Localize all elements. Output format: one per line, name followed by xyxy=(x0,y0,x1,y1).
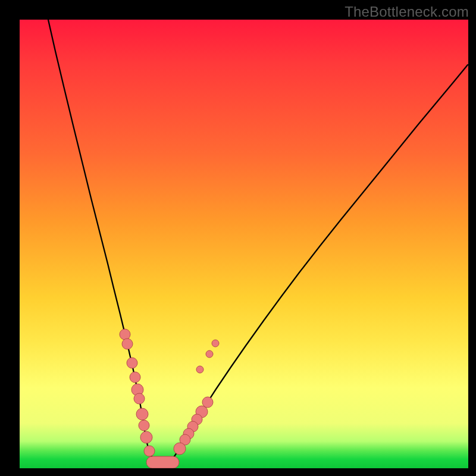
bead-marker xyxy=(122,339,133,349)
bead-marker xyxy=(206,350,213,358)
bead-marker xyxy=(212,340,219,347)
bead-capsule xyxy=(146,456,179,468)
watermark-text: TheBottleneck.com xyxy=(345,4,469,20)
bead-marker xyxy=(134,393,145,404)
bead-marker xyxy=(144,446,155,456)
curve-left xyxy=(48,20,145,435)
bead-marker xyxy=(196,366,203,373)
bead-marker xyxy=(140,431,152,443)
bead-marker xyxy=(120,329,130,340)
bead-marker xyxy=(127,358,137,368)
bead-cluster xyxy=(120,329,219,468)
curve-right xyxy=(182,65,468,444)
chart-frame: TheBottleneck.com xyxy=(0,0,476,476)
bead-marker xyxy=(139,420,149,431)
bead-marker xyxy=(130,372,140,383)
bead-marker xyxy=(136,408,148,420)
plot-area xyxy=(20,20,468,468)
bead-marker xyxy=(174,443,186,455)
chart-svg xyxy=(20,20,468,468)
